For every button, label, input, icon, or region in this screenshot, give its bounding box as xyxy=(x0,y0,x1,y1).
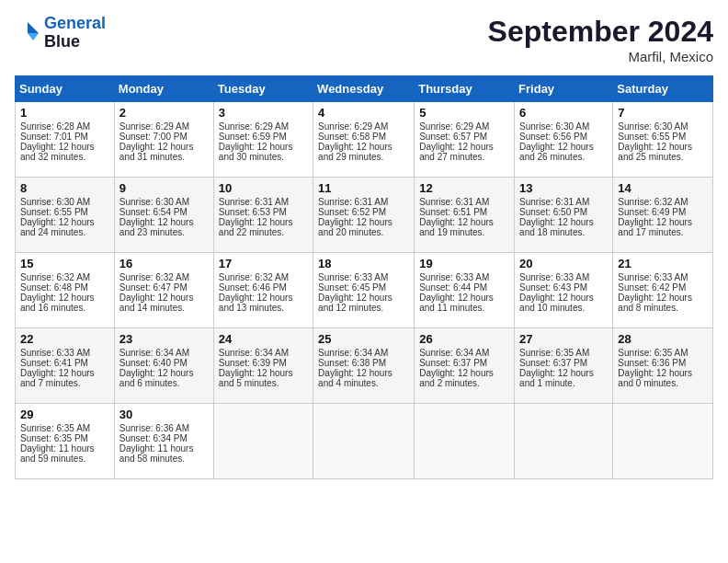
day-info-line: Daylight: 12 hours xyxy=(318,368,409,378)
day-number: 12 xyxy=(419,181,509,195)
day-info-line: Sunset: 6:48 PM xyxy=(20,282,109,293)
calendar-cell: 9Sunrise: 6:30 AMSunset: 6:54 PMDaylight… xyxy=(114,178,213,253)
day-number: 26 xyxy=(419,332,509,346)
day-info-line: Daylight: 12 hours xyxy=(618,142,708,152)
day-info-line: Sunset: 6:37 PM xyxy=(519,358,608,368)
day-info-line: and 2 minutes. xyxy=(419,378,509,388)
day-info-line: Sunrise: 6:30 AM xyxy=(20,197,109,207)
calendar-cell: 26Sunrise: 6:34 AMSunset: 6:37 PMDayligh… xyxy=(415,328,515,404)
weekday-header-thursday: Thursday xyxy=(415,76,515,102)
day-info-line: and 24 minutes. xyxy=(20,227,109,237)
calendar-cell: 29Sunrise: 6:35 AMSunset: 6:35 PMDayligh… xyxy=(16,404,115,479)
day-number: 9 xyxy=(119,181,209,195)
day-info-line: Sunset: 6:46 PM xyxy=(219,282,308,293)
day-info-line: Daylight: 12 hours xyxy=(20,368,109,378)
day-info-line: Daylight: 12 hours xyxy=(219,293,308,303)
day-info-line: Sunrise: 6:30 AM xyxy=(618,121,708,132)
day-info-line: Sunset: 6:47 PM xyxy=(119,282,209,293)
day-info-line: Sunrise: 6:34 AM xyxy=(119,348,209,358)
calendar-cell: 24Sunrise: 6:34 AMSunset: 6:39 PMDayligh… xyxy=(213,328,313,404)
logo: General Blue xyxy=(15,15,106,52)
day-info-line: Sunrise: 6:35 AM xyxy=(519,348,608,358)
day-info-line: Sunset: 6:49 PM xyxy=(618,207,708,217)
day-info-line: Daylight: 12 hours xyxy=(519,368,608,378)
day-info-line: and 5 minutes. xyxy=(219,378,308,388)
day-info-line: and 0 minutes. xyxy=(618,378,708,388)
day-info-line: and 17 minutes. xyxy=(618,227,708,237)
calendar-cell: 21Sunrise: 6:33 AMSunset: 6:42 PMDayligh… xyxy=(613,253,713,328)
day-info-line: Sunrise: 6:29 AM xyxy=(318,121,409,132)
day-info-line: Daylight: 11 hours xyxy=(20,443,109,454)
day-info-line: Daylight: 12 hours xyxy=(119,293,209,303)
day-info-line: Sunset: 6:55 PM xyxy=(20,207,109,217)
calendar-cell: 27Sunrise: 6:35 AMSunset: 6:37 PMDayligh… xyxy=(515,328,613,404)
day-info-line: and 19 minutes. xyxy=(419,227,509,237)
calendar-cell: 19Sunrise: 6:33 AMSunset: 6:44 PMDayligh… xyxy=(415,253,515,328)
day-info-line: Sunrise: 6:32 AM xyxy=(219,272,308,282)
day-info-line: Sunset: 6:42 PM xyxy=(618,282,708,293)
day-info-line: Sunset: 6:55 PM xyxy=(618,132,708,142)
day-info-line: Daylight: 12 hours xyxy=(318,217,409,227)
day-info-line: Daylight: 12 hours xyxy=(419,368,509,378)
day-info-line: Sunset: 6:59 PM xyxy=(219,132,308,142)
day-info-line: Sunset: 6:39 PM xyxy=(219,358,308,368)
day-info-line: Daylight: 11 hours xyxy=(119,443,209,454)
day-number: 16 xyxy=(119,257,209,270)
day-number: 19 xyxy=(419,257,509,270)
calendar-week-row: 15Sunrise: 6:32 AMSunset: 6:48 PMDayligh… xyxy=(16,253,713,328)
calendar-cell xyxy=(313,404,415,479)
day-info-line: Sunrise: 6:31 AM xyxy=(219,197,308,207)
day-info-line: Sunrise: 6:34 AM xyxy=(419,348,509,358)
day-info-line: and 6 minutes. xyxy=(119,378,209,388)
calendar-cell: 28Sunrise: 6:35 AMSunset: 6:36 PMDayligh… xyxy=(613,328,713,404)
day-info-line: and 18 minutes. xyxy=(519,227,608,237)
weekday-header-friday: Friday xyxy=(515,76,613,102)
day-info-line: Sunset: 6:40 PM xyxy=(119,358,209,368)
day-info-line: Sunrise: 6:30 AM xyxy=(119,197,209,207)
day-info-line: and 1 minute. xyxy=(519,378,608,388)
day-info-line: Sunrise: 6:32 AM xyxy=(20,272,109,282)
day-info-line: Daylight: 12 hours xyxy=(119,217,209,227)
day-info-line: Daylight: 12 hours xyxy=(419,142,509,152)
day-info-line: Sunrise: 6:32 AM xyxy=(119,272,209,282)
day-info-line: Sunrise: 6:33 AM xyxy=(618,272,708,282)
calendar-cell: 17Sunrise: 6:32 AMSunset: 6:46 PMDayligh… xyxy=(213,253,313,328)
day-info-line: Sunset: 6:54 PM xyxy=(119,207,209,217)
day-number: 28 xyxy=(618,332,708,346)
calendar-table: SundayMondayTuesdayWednesdayThursdayFrid… xyxy=(15,75,713,479)
logo-text: General Blue xyxy=(44,15,106,52)
day-number: 14 xyxy=(618,181,708,195)
calendar-cell: 20Sunrise: 6:33 AMSunset: 6:43 PMDayligh… xyxy=(515,253,613,328)
title-block: September 2024 Marfil, Mexico xyxy=(488,15,713,64)
day-info-line: Sunrise: 6:33 AM xyxy=(318,272,409,282)
day-info-line: Sunrise: 6:33 AM xyxy=(519,272,608,282)
calendar-cell: 2Sunrise: 6:29 AMSunset: 7:00 PMDaylight… xyxy=(114,102,213,178)
day-info-line: Sunrise: 6:36 AM xyxy=(119,423,209,433)
day-info-line: Sunrise: 6:35 AM xyxy=(618,348,708,358)
day-number: 30 xyxy=(119,408,209,421)
day-info-line: and 20 minutes. xyxy=(318,227,409,237)
calendar-cell: 6Sunrise: 6:30 AMSunset: 6:56 PMDaylight… xyxy=(515,102,613,178)
calendar-cell: 30Sunrise: 6:36 AMSunset: 6:34 PMDayligh… xyxy=(114,404,213,479)
calendar-cell: 25Sunrise: 6:34 AMSunset: 6:38 PMDayligh… xyxy=(313,328,415,404)
day-info-line: Sunrise: 6:31 AM xyxy=(519,197,608,207)
calendar-cell xyxy=(515,404,613,479)
day-number: 22 xyxy=(20,332,109,346)
calendar-week-row: 8Sunrise: 6:30 AMSunset: 6:55 PMDaylight… xyxy=(16,178,713,253)
day-info-line: and 25 minutes. xyxy=(618,152,708,162)
weekday-header-sunday: Sunday xyxy=(16,76,115,102)
svg-marker-0 xyxy=(28,22,39,33)
calendar-week-row: 1Sunrise: 6:28 AMSunset: 7:01 PMDaylight… xyxy=(16,102,713,178)
day-info-line: Sunset: 7:00 PM xyxy=(119,132,209,142)
day-info-line: and 27 minutes. xyxy=(419,152,509,162)
day-number: 1 xyxy=(20,106,109,120)
day-info-line: Sunset: 6:36 PM xyxy=(618,358,708,368)
day-info-line: Daylight: 12 hours xyxy=(219,368,308,378)
day-number: 4 xyxy=(318,106,409,120)
day-info-line: and 13 minutes. xyxy=(219,303,308,313)
day-info-line: Daylight: 12 hours xyxy=(318,142,409,152)
location-title: Marfil, Mexico xyxy=(488,49,713,64)
calendar-cell: 3Sunrise: 6:29 AMSunset: 6:59 PMDaylight… xyxy=(213,102,313,178)
day-info-line: Sunset: 6:56 PM xyxy=(519,132,608,142)
day-info-line: Sunset: 6:57 PM xyxy=(419,132,509,142)
